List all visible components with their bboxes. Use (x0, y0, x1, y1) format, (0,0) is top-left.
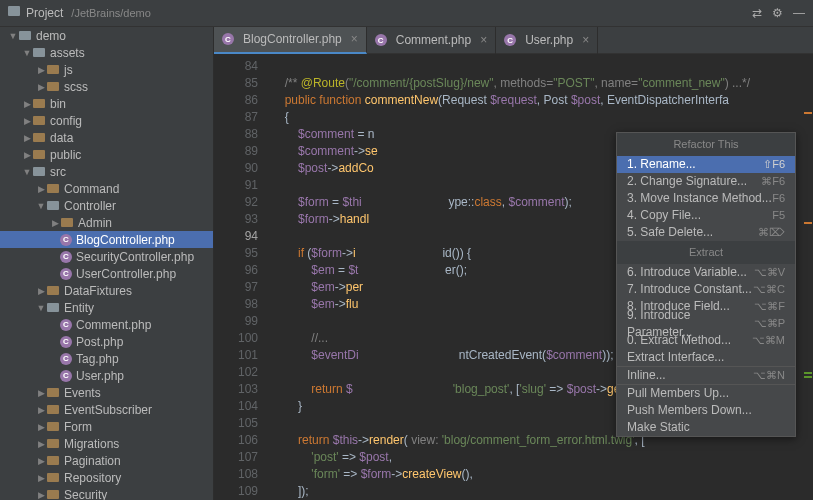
folder-item[interactable]: assets (0, 44, 213, 61)
code-line[interactable] (268, 58, 813, 75)
tree-arrow[interactable] (36, 490, 46, 500)
menu-item[interactable]: Inline...⌥⌘N (617, 367, 795, 384)
gear-icon[interactable]: ⚙ (772, 6, 783, 20)
file-item[interactable]: CTag.php (0, 350, 213, 367)
file-item[interactable]: CComment.php (0, 316, 213, 333)
menu-item[interactable]: Extract Interface... (617, 349, 795, 366)
folder-item[interactable]: data (0, 129, 213, 146)
tree-arrow[interactable] (36, 422, 46, 432)
tree-arrow[interactable] (36, 439, 46, 449)
line-number: 105 (218, 415, 258, 432)
file-item[interactable]: CUserController.php (0, 265, 213, 282)
menu-item[interactable]: 6. Introduce Variable...⌥⌘V (617, 264, 795, 281)
menu-item[interactable]: 4. Copy File...F5 (617, 207, 795, 224)
editor-tabs[interactable]: CBlogController.php×CComment.php×CUser.p… (214, 27, 813, 54)
code-line[interactable]: 'form' => $form->createView(), (268, 466, 813, 483)
code-line[interactable]: public function commentNew(Request $requ… (268, 92, 813, 109)
close-icon[interactable]: × (351, 32, 358, 46)
code-line[interactable]: ]); (268, 483, 813, 500)
folder-item[interactable]: js (0, 61, 213, 78)
folder-item[interactable]: src (0, 163, 213, 180)
menu-item[interactable]: Make Static (617, 419, 795, 436)
refactor-popup[interactable]: Refactor This 1. Rename...⇧F62. Change S… (616, 132, 796, 437)
tree-arrow[interactable] (36, 473, 46, 483)
folder-item[interactable]: DataFixtures (0, 282, 213, 299)
tree-label: Migrations (64, 437, 119, 451)
tree-arrow[interactable] (36, 184, 46, 194)
code-line[interactable]: 'post' => $post, (268, 449, 813, 466)
editor-tab[interactable]: CUser.php× (496, 27, 598, 54)
php-file-icon: C (60, 251, 72, 263)
folder-item[interactable]: Controller (0, 197, 213, 214)
folder-item[interactable]: Command (0, 180, 213, 197)
menu-item[interactable]: 5. Safe Delete...⌘⌦ (617, 224, 795, 241)
code-line[interactable]: { (268, 109, 813, 126)
tree-label: bin (50, 97, 66, 111)
folder-item[interactable]: Entity (0, 299, 213, 316)
folder-item[interactable]: Security (0, 486, 213, 500)
folder-item[interactable]: Repository (0, 469, 213, 486)
folder-icon (46, 472, 60, 484)
menu-item[interactable]: 7. Introduce Constant...⌥⌘C (617, 281, 795, 298)
menu-item[interactable]: Pull Members Up... (617, 385, 795, 402)
file-item[interactable]: CPost.php (0, 333, 213, 350)
menu-item[interactable]: 3. Move Instance Method...F6 (617, 190, 795, 207)
file-item[interactable]: CUser.php (0, 367, 213, 384)
project-tree[interactable]: demoassetsjsscssbinconfigdatapublicsrcCo… (0, 27, 214, 500)
tree-arrow[interactable] (22, 167, 32, 177)
tree-arrow[interactable] (22, 150, 32, 160)
folder-item[interactable]: Migrations (0, 435, 213, 452)
folder-icon (46, 302, 60, 314)
line-number: 93 (218, 211, 258, 228)
menu-item[interactable]: 9. Introduce Parameter...⌥⌘P (617, 315, 795, 332)
folder-item[interactable]: EventSubscriber (0, 401, 213, 418)
settings-icon[interactable]: ⇄ (752, 6, 762, 20)
line-number: 106 (218, 432, 258, 449)
editor-tab[interactable]: CComment.php× (367, 27, 496, 54)
tree-arrow[interactable] (22, 48, 32, 58)
close-icon[interactable]: × (480, 33, 487, 47)
folder-item[interactable]: Form (0, 418, 213, 435)
tree-arrow[interactable] (36, 388, 46, 398)
line-number: 94 (218, 228, 258, 245)
menu-item-label: Push Members Down... (627, 402, 752, 419)
folder-item[interactable]: Events (0, 384, 213, 401)
tree-arrow[interactable] (8, 31, 18, 41)
collapse-icon[interactable]: — (793, 6, 805, 20)
tree-arrow[interactable] (36, 82, 46, 92)
line-number: 87 (218, 109, 258, 126)
file-item[interactable]: CBlogController.php (0, 231, 213, 248)
tree-arrow[interactable] (22, 133, 32, 143)
folder-item[interactable]: bin (0, 95, 213, 112)
tree-arrow[interactable] (36, 286, 46, 296)
tree-arrow[interactable] (36, 303, 46, 313)
line-number: 99 (218, 313, 258, 330)
tree-arrow[interactable] (36, 201, 46, 211)
file-item[interactable]: CSecurityController.php (0, 248, 213, 265)
tree-arrow[interactable] (22, 116, 32, 126)
menu-item[interactable]: Push Members Down... (617, 402, 795, 419)
tree-label: assets (50, 46, 85, 60)
menu-item[interactable]: 1. Rename...⇧F6 (617, 156, 795, 173)
code-line[interactable]: /** @Route("/comment/{postSlug}/new", me… (268, 75, 813, 92)
menu-item[interactable]: 2. Change Signature...⌘F6 (617, 173, 795, 190)
line-number: 95 (218, 245, 258, 262)
popup-section-extract: Extract (617, 241, 795, 264)
tree-arrow[interactable] (50, 218, 60, 228)
tree-label: UserController.php (76, 267, 176, 281)
folder-item[interactable]: Pagination (0, 452, 213, 469)
folder-item[interactable]: config (0, 112, 213, 129)
folder-item[interactable]: scss (0, 78, 213, 95)
tree-arrow[interactable] (36, 456, 46, 466)
editor-tab[interactable]: CBlogController.php× (214, 27, 367, 54)
tree-arrow[interactable] (36, 405, 46, 415)
line-number: 101 (218, 347, 258, 364)
tree-arrow[interactable] (22, 99, 32, 109)
line-number: 91 (218, 177, 258, 194)
folder-item[interactable]: demo (0, 27, 213, 44)
folder-item[interactable]: public (0, 146, 213, 163)
tree-arrow[interactable] (36, 65, 46, 75)
menu-item[interactable]: 0. Extract Method...⌥⌘M (617, 332, 795, 349)
close-icon[interactable]: × (582, 33, 589, 47)
folder-item[interactable]: Admin (0, 214, 213, 231)
